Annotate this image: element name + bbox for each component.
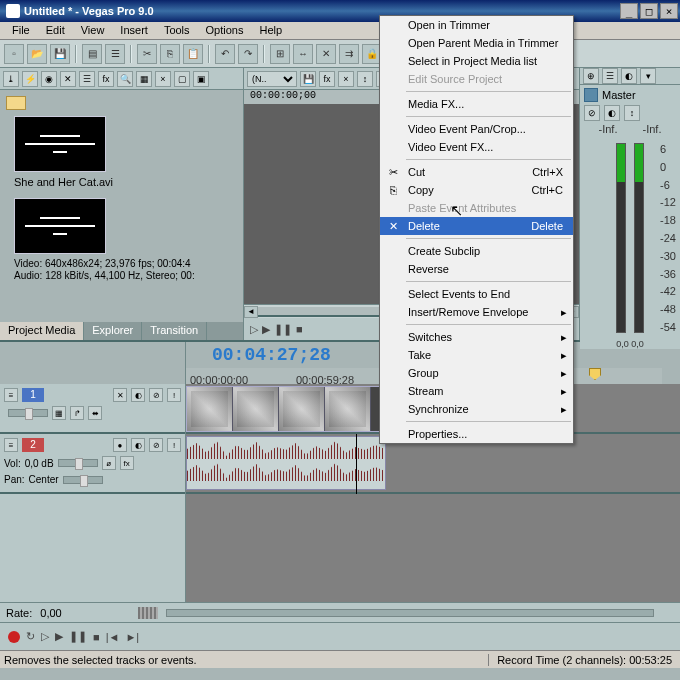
autocross-icon[interactable]: ✕: [316, 44, 336, 64]
menu-file[interactable]: File: [4, 22, 38, 39]
master-solo-icon[interactable]: ◐: [604, 105, 620, 121]
cut-icon[interactable]: ✂: [137, 44, 157, 64]
audio-track-header[interactable]: ≡ 2 ● ◐ ⊘ ! Vol: 0,0 dB ø fx Pan:: [0, 434, 185, 494]
ripple-icon[interactable]: ↔: [293, 44, 313, 64]
menu-tools[interactable]: Tools: [156, 22, 198, 39]
track-solo-icon[interactable]: !: [167, 438, 181, 452]
scroll-left-icon[interactable]: ◄: [244, 306, 258, 318]
remove-icon[interactable]: ✕: [60, 71, 76, 87]
tab-transitions[interactable]: Transition: [142, 322, 207, 340]
mixer-insert-icon[interactable]: ⊕: [583, 68, 599, 84]
video-level-slider[interactable]: [8, 409, 48, 417]
paste-icon[interactable]: 📋: [183, 44, 203, 64]
play-from-start-icon[interactable]: ▶: [262, 323, 270, 336]
make-parent-icon[interactable]: ↱: [70, 406, 84, 420]
tab-project-media[interactable]: Project Media: [0, 322, 84, 340]
ctx-delete[interactable]: ✕DeleteDelete: [380, 217, 573, 235]
composite-mode-icon[interactable]: ▦: [52, 406, 66, 420]
media-thumbnail[interactable]: [14, 198, 106, 254]
track-expand-icon[interactable]: ≡: [4, 388, 18, 402]
ctx-open-trimmer[interactable]: Open in Trimmer: [380, 16, 573, 34]
ctx-sync[interactable]: Synchronize▸: [380, 400, 573, 418]
track-arm-icon[interactable]: ●: [113, 438, 127, 452]
render-icon[interactable]: ▤: [82, 44, 102, 64]
ctx-reverse[interactable]: Reverse: [380, 260, 573, 278]
track-mute-icon[interactable]: ⊘: [149, 438, 163, 452]
stop-icon[interactable]: ■: [296, 323, 303, 335]
go-start-icon[interactable]: |◄: [106, 631, 120, 643]
ctx-copy[interactable]: ⎘CopyCtrl+C: [380, 181, 573, 199]
minimize-button[interactable]: _: [620, 3, 638, 19]
master-icon[interactable]: [584, 88, 598, 102]
play-start-icon[interactable]: ▷: [41, 630, 49, 643]
ctx-media-fx[interactable]: Media FX...: [380, 95, 573, 113]
mixer-props-icon[interactable]: ☰: [602, 68, 618, 84]
record-button[interactable]: [8, 631, 20, 643]
ctx-pan-crop[interactable]: Video Event Pan/Crop...: [380, 120, 573, 138]
video-track-header[interactable]: ≡ 1 ✕ ◐ ⊘ ! ▦ ↱ ⬌: [0, 384, 185, 434]
menu-options[interactable]: Options: [198, 22, 252, 39]
ctx-select-end[interactable]: Select Events to End: [380, 285, 573, 303]
track-bypass-icon[interactable]: ✕: [113, 388, 127, 402]
menu-view[interactable]: View: [73, 22, 113, 39]
trimmer-save-icon[interactable]: 💾: [300, 71, 316, 87]
import-icon[interactable]: ⤓: [3, 71, 19, 87]
undo-icon[interactable]: ↶: [215, 44, 235, 64]
video-event[interactable]: [186, 386, 386, 432]
phase-icon[interactable]: ø: [102, 456, 116, 470]
rate-slider[interactable]: [166, 609, 654, 617]
save-icon[interactable]: 💾: [50, 44, 70, 64]
bin-icon[interactable]: ▢: [174, 71, 190, 87]
track-motion-icon[interactable]: ⬌: [88, 406, 102, 420]
ctx-group[interactable]: Group▸: [380, 364, 573, 382]
go-end-icon[interactable]: ►|: [125, 631, 139, 643]
play-icon[interactable]: ▷: [250, 323, 258, 336]
search-icon[interactable]: 🔍: [117, 71, 133, 87]
tab-explorer[interactable]: Explorer: [84, 322, 142, 340]
track-fx-icon[interactable]: ◐: [131, 438, 145, 452]
master-fx-icon[interactable]: ↕: [624, 105, 640, 121]
getmedia-icon[interactable]: ◉: [41, 71, 57, 87]
props-icon[interactable]: ☰: [79, 71, 95, 87]
properties-icon[interactable]: ☰: [105, 44, 125, 64]
open-icon[interactable]: 📂: [27, 44, 47, 64]
trimmer-sort-icon[interactable]: ↕: [357, 71, 373, 87]
media-clip-name[interactable]: She and Her Cat.avi: [14, 176, 237, 188]
new-icon[interactable]: ▫: [4, 44, 24, 64]
capture-icon[interactable]: ⚡: [22, 71, 38, 87]
track-fx-icon[interactable]: ◐: [131, 388, 145, 402]
folder-icon[interactable]: [6, 96, 26, 110]
close-button[interactable]: ×: [660, 3, 678, 19]
mixer-dim-icon[interactable]: ◐: [621, 68, 637, 84]
fx-chain-icon[interactable]: fx: [120, 456, 134, 470]
stop-icon[interactable]: ■: [93, 631, 100, 643]
snap-icon[interactable]: ⊞: [270, 44, 290, 64]
ctx-switches[interactable]: Switches▸: [380, 328, 573, 346]
project-media-list[interactable]: She and Her Cat.avi Video: 640x486x24; 2…: [0, 90, 243, 322]
trimmer-media-combo[interactable]: (N..: [247, 71, 297, 87]
cursor-marker-icon[interactable]: [589, 368, 601, 380]
fx-icon[interactable]: fx: [98, 71, 114, 87]
play-icon[interactable]: ▶: [55, 630, 63, 643]
ctx-select-pm[interactable]: Select in Project Media list: [380, 52, 573, 70]
ctx-envelope[interactable]: Insert/Remove Envelope▸: [380, 303, 573, 321]
save-bin-icon[interactable]: ▣: [193, 71, 209, 87]
autoripple-icon[interactable]: ⇉: [339, 44, 359, 64]
pan-slider[interactable]: [63, 476, 103, 484]
menu-edit[interactable]: Edit: [38, 22, 73, 39]
track-expand-icon[interactable]: ≡: [4, 438, 18, 452]
mixer-down-icon[interactable]: ▾: [640, 68, 656, 84]
ctx-open-parent[interactable]: Open Parent Media in Trimmer: [380, 34, 573, 52]
maximize-button[interactable]: □: [640, 3, 658, 19]
redo-icon[interactable]: ↷: [238, 44, 258, 64]
playhead[interactable]: [356, 434, 357, 494]
ctx-subclip[interactable]: Create Subclip: [380, 242, 573, 260]
menu-help[interactable]: Help: [251, 22, 290, 39]
trimmer-close-icon[interactable]: ×: [338, 71, 354, 87]
views-icon[interactable]: ▦: [136, 71, 152, 87]
ctx-stream[interactable]: Stream▸: [380, 382, 573, 400]
ctx-event-fx[interactable]: Video Event FX...: [380, 138, 573, 156]
copy-icon[interactable]: ⎘: [160, 44, 180, 64]
close-panel-icon[interactable]: ×: [155, 71, 171, 87]
scrub-icon[interactable]: [138, 607, 158, 619]
